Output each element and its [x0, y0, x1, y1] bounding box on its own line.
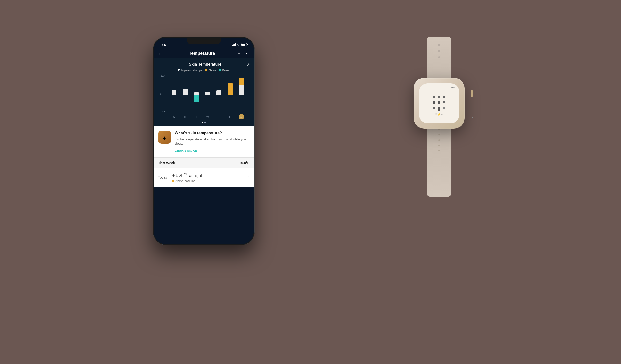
bar-chart: +1,5°F 0 -1,5°F [158, 75, 250, 119]
band-texture [438, 44, 440, 58]
bar-orange-s2 [239, 78, 244, 85]
page-dot-1 [202, 122, 203, 123]
info-card-desc: It's the temperature taken from your wri… [175, 137, 249, 146]
y-label-bottom: -1,5°F [160, 110, 166, 113]
bar-above-w [205, 92, 210, 95]
zero-line [168, 95, 247, 95]
legend-dot-below [219, 69, 221, 71]
legend-label-above: Above [208, 69, 216, 72]
info-card-title: What's skin temperature? [175, 131, 249, 136]
baseline-dot [172, 180, 174, 182]
scene: 9:41 ∿ ‹ Temperature [141, 24, 480, 340]
watch-band-bottom [427, 124, 451, 197]
today-value: +1.4 °F at night Above baseline [172, 172, 244, 182]
sensor-dot [443, 96, 445, 98]
x-slot-f: F [224, 114, 236, 119]
bar-above-f [228, 83, 233, 95]
legend-below: Below [219, 69, 229, 72]
nav-bar: ‹ Temperature + ··· [154, 48, 254, 58]
today-row[interactable]: Today +1.4 °F at night Above baseline › [154, 168, 254, 186]
legend-dot-above [205, 69, 207, 71]
baseline-text: Above baseline [175, 179, 195, 183]
wifi-icon: ∿ [237, 43, 240, 46]
status-time: 9:41 [161, 43, 168, 47]
this-week-label: This Week [158, 161, 175, 165]
chart-legend: In personal range Above Below [158, 69, 250, 72]
bars-area [168, 77, 247, 113]
legend-label-range: In personal range [181, 69, 202, 72]
page-dots [158, 119, 250, 126]
nav-title: Temperature [189, 51, 215, 56]
info-card-icon: 🌡 [158, 131, 171, 144]
watch-side-button [471, 90, 473, 97]
thermometer-icon: 🌡 [161, 133, 168, 141]
learn-more-link[interactable]: LEARN MORE [175, 149, 249, 152]
x-slot-m: M [179, 114, 191, 119]
bar-above-m [183, 89, 188, 95]
x-slot-s2: S [236, 114, 247, 119]
bar-below-t1 [194, 95, 199, 102]
today-baseline: Above baseline [172, 179, 244, 183]
phone: 9:41 ∿ ‹ Temperature [153, 37, 255, 245]
phone-screen: 9:41 ∿ ‹ Temperature [154, 38, 254, 244]
x-slot-t1: T [191, 114, 202, 119]
sensor-dot [443, 107, 445, 109]
chart-title: Skin Temperature [163, 62, 247, 67]
legend-above: Above [205, 69, 216, 72]
x-slot-s1: S [168, 114, 179, 119]
x-slot-w: W [202, 114, 213, 119]
sensor-dot [438, 96, 440, 98]
bar-above-t2 [216, 90, 221, 95]
back-button[interactable]: ‹ [159, 50, 166, 56]
watch-icons-row: ♡ ⚡ ◎ [435, 113, 443, 116]
sensor-rect [438, 101, 440, 104]
this-week-section: This Week +0.8°F [154, 157, 254, 168]
more-button[interactable]: ··· [244, 51, 249, 56]
nav-actions: + ··· [238, 50, 249, 56]
sensor-dot [433, 96, 435, 98]
info-card-text: What's skin temperature? It's the temper… [175, 131, 249, 152]
sensor-dot [433, 107, 435, 109]
watch-screen: fitbit ♡ ⚡ ◎ [419, 83, 459, 123]
legend-in-range: In personal range [178, 69, 202, 72]
chart-section: Skin Temperature ⤢ In personal range Abo… [154, 58, 254, 126]
legend-dot-range [178, 69, 180, 71]
today-label: Today [158, 175, 169, 179]
signal-icon [232, 43, 236, 46]
sensor-rect [438, 107, 440, 111]
sensor-dot [443, 101, 445, 103]
phone-notch [187, 38, 221, 44]
legend-label-below: Below [222, 69, 229, 72]
watch-body: fitbit ♡ ⚡ ◎ [414, 78, 465, 129]
battery-icon [241, 43, 247, 46]
add-button[interactable]: + [238, 50, 241, 56]
y-axis: +1,5°F 0 -1,5°F [160, 75, 166, 113]
fitbit-logo: fitbit [451, 87, 455, 89]
today-temp: +1.4 °F at night [172, 172, 244, 179]
chevron-right-icon: › [248, 175, 249, 180]
x-slot-t2: T [213, 114, 224, 119]
chart-title-row: Skin Temperature ⤢ [158, 62, 250, 67]
bar-above-s1 [172, 90, 176, 95]
y-label-middle: 0 [160, 93, 166, 95]
page-dot-2 [205, 122, 206, 123]
watch-indicator-dot [472, 117, 473, 118]
x-axis: S M T W T F S [168, 114, 247, 119]
info-card: 🌡 What's skin temperature? It's the temp… [154, 126, 254, 157]
watch-band-holes [438, 129, 440, 151]
status-icons: ∿ [232, 43, 247, 46]
expand-button[interactable]: ⤢ [247, 62, 250, 67]
sensor-grid [433, 96, 445, 111]
y-label-top: +1,5°F [160, 75, 166, 77]
bar-above-t1 [194, 92, 199, 95]
this-week-value: +0.8°F [239, 161, 249, 165]
sensor-rect [433, 101, 435, 104]
fitbit-watch: fitbit ♡ ⚡ ◎ [379, 37, 500, 206]
